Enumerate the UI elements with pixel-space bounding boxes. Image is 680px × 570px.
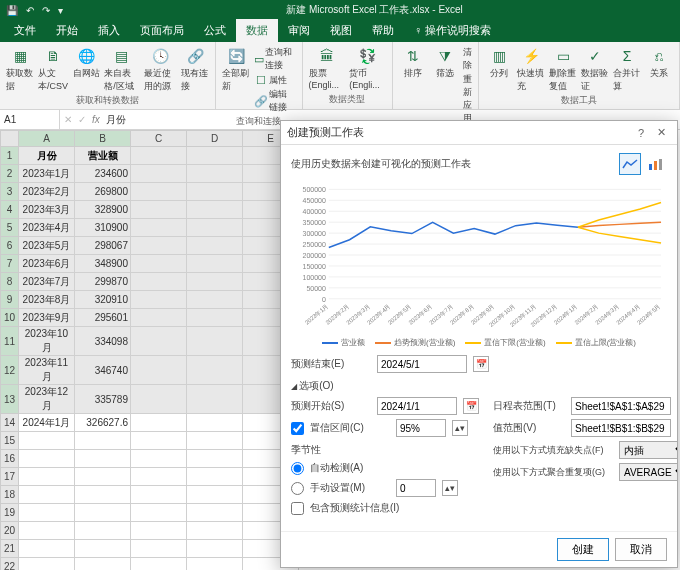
save-icon[interactable]: 💾 bbox=[6, 5, 18, 16]
forecast-start-label: 预测开始(S) bbox=[291, 399, 371, 413]
tell-me[interactable]: ♀ 操作说明搜索 bbox=[404, 19, 501, 42]
group-label: 数据工具 bbox=[485, 93, 673, 108]
svg-text:0: 0 bbox=[322, 296, 326, 303]
ci-checkbox[interactable] bbox=[291, 422, 304, 435]
remove-dup-button[interactable]: ▭删除重复值 bbox=[549, 46, 577, 93]
flash-fill-button[interactable]: ⚡快速填充 bbox=[517, 46, 545, 93]
dialog-desc: 使用历史数据来创建可视化的预测工作表 bbox=[291, 157, 619, 171]
svg-text:250000: 250000 bbox=[303, 241, 326, 248]
timeline-label: 日程表范围(T) bbox=[493, 399, 565, 413]
svg-rect-0 bbox=[649, 164, 652, 170]
ribbon-tabs: 文件 开始 插入 页面布局 公式 数据 审阅 视图 帮助 ♀ 操作说明搜索 bbox=[0, 20, 680, 42]
season-manual-radio[interactable] bbox=[291, 482, 304, 495]
season-auto-label: 自动检测(A) bbox=[310, 461, 390, 475]
tab-formulas[interactable]: 公式 bbox=[194, 19, 236, 42]
season-manual-input[interactable] bbox=[396, 479, 436, 497]
svg-text:50000: 50000 bbox=[306, 285, 325, 292]
get-data-button[interactable]: ▦获取数据 bbox=[6, 46, 34, 93]
sort-button[interactable]: ⇅排序 bbox=[399, 46, 427, 80]
values-label: 值范围(V) bbox=[493, 421, 565, 435]
tab-help[interactable]: 帮助 bbox=[362, 19, 404, 42]
namebox[interactable]: A1 bbox=[0, 110, 60, 129]
svg-text:100000: 100000 bbox=[303, 274, 326, 281]
svg-text:300000: 300000 bbox=[303, 230, 326, 237]
tab-layout[interactable]: 页面布局 bbox=[130, 19, 194, 42]
tab-file[interactable]: 文件 bbox=[4, 19, 46, 42]
cancel-button[interactable]: 取消 bbox=[615, 538, 667, 561]
ci-input[interactable] bbox=[396, 419, 446, 437]
edit-links-button[interactable]: 🔗编辑链接 bbox=[254, 88, 295, 114]
dup-label: 使用以下方式聚合重复项(G) bbox=[493, 466, 613, 479]
forecast-end-input[interactable] bbox=[377, 355, 467, 373]
forecast-end-label: 预测结束(E) bbox=[291, 357, 371, 371]
data-valid-button[interactable]: ✓数据验证 bbox=[581, 46, 609, 93]
refresh-all-button[interactable]: 🔄全部刷新 bbox=[222, 46, 250, 93]
queries-button[interactable]: ▭查询和连接 bbox=[254, 46, 295, 72]
forecast-start-input[interactable] bbox=[377, 397, 457, 415]
window-titlebar: 💾 ↶ ↷ ▾ 新建 Microsoft Excel 工作表.xlsx - Ex… bbox=[0, 0, 680, 20]
date-picker-icon[interactable]: 📅 bbox=[463, 398, 479, 414]
qat-more-icon[interactable]: ▾ bbox=[58, 5, 63, 16]
filter-button[interactable]: ⧩筛选 bbox=[431, 46, 459, 80]
cancel-icon[interactable]: ✕ bbox=[64, 114, 72, 125]
help-icon[interactable]: ? bbox=[631, 127, 651, 139]
season-auto-radio[interactable] bbox=[291, 462, 304, 475]
from-text-button[interactable]: 🗎从文本/CSV bbox=[38, 46, 68, 93]
tab-home[interactable]: 开始 bbox=[46, 19, 88, 42]
stocks-button[interactable]: 🏛股票 (Engli... bbox=[309, 46, 346, 90]
forecast-dialog: 创建预测工作表 ? ✕ 使用历史数据来创建可视化的预测工作表 050000100… bbox=[280, 120, 678, 568]
fill-select[interactable]: 内插 bbox=[619, 441, 677, 459]
svg-text:400000: 400000 bbox=[303, 208, 326, 215]
relationships-button[interactable]: ⎌关系 bbox=[645, 46, 673, 80]
timeline-input[interactable] bbox=[571, 397, 671, 415]
redo-icon[interactable]: ↷ bbox=[42, 5, 50, 16]
values-input[interactable] bbox=[571, 419, 671, 437]
enter-icon[interactable]: ✓ bbox=[78, 114, 86, 125]
tab-insert[interactable]: 插入 bbox=[88, 19, 130, 42]
options-toggle[interactable]: 选项(O) bbox=[291, 379, 667, 393]
include-stats-label: 包含预测统计信息(I) bbox=[310, 501, 399, 515]
group-label: 获取和转换数据 bbox=[6, 93, 209, 108]
from-web-button[interactable]: 🌐自网站 bbox=[72, 46, 100, 80]
svg-text:350000: 350000 bbox=[303, 219, 326, 226]
undo-icon[interactable]: ↶ bbox=[26, 5, 34, 16]
svg-text:450000: 450000 bbox=[303, 197, 326, 204]
close-icon[interactable]: ✕ bbox=[651, 126, 671, 139]
seasonality-label: 季节性 bbox=[291, 443, 479, 457]
dup-select[interactable]: AVERAGE bbox=[619, 463, 677, 481]
svg-rect-1 bbox=[654, 161, 657, 170]
tab-data[interactable]: 数据 bbox=[236, 19, 278, 42]
svg-text:200000: 200000 bbox=[303, 252, 326, 259]
tab-review[interactable]: 审阅 bbox=[278, 19, 320, 42]
clear-button[interactable]: 清除 bbox=[463, 46, 472, 72]
svg-text:500000: 500000 bbox=[303, 186, 326, 193]
svg-text:150000: 150000 bbox=[303, 263, 326, 270]
dialog-title: 创建预测工作表 bbox=[287, 125, 631, 140]
bar-chart-icon[interactable] bbox=[645, 153, 667, 175]
include-stats-checkbox[interactable] bbox=[291, 502, 304, 515]
svg-rect-2 bbox=[659, 159, 662, 170]
line-chart-icon[interactable] bbox=[619, 153, 641, 175]
from-table-button[interactable]: ▤来自表格/区域 bbox=[104, 46, 139, 93]
existing-conn-button[interactable]: 🔗现有连接 bbox=[181, 46, 209, 93]
window-title: 新建 Microsoft Excel 工作表.xlsx - Excel bbox=[69, 3, 680, 17]
season-manual-label: 手动设置(M) bbox=[310, 481, 390, 495]
date-picker-icon[interactable]: 📅 bbox=[473, 356, 489, 372]
text-to-cols-button[interactable]: ▥分列 bbox=[485, 46, 513, 80]
tab-view[interactable]: 视图 bbox=[320, 19, 362, 42]
formula-text[interactable]: 月份 bbox=[106, 113, 126, 127]
ci-label: 置信区间(C) bbox=[310, 421, 390, 435]
currency-button[interactable]: 💱货币 (Engli... bbox=[349, 46, 386, 90]
recent-sources-button[interactable]: 🕓最近使用的源 bbox=[144, 46, 178, 93]
ribbon: ▦获取数据 🗎从文本/CSV 🌐自网站 ▤来自表格/区域 🕓最近使用的源 🔗现有… bbox=[0, 42, 680, 110]
stepper-icon[interactable]: ▴▾ bbox=[452, 420, 468, 436]
consolidate-button[interactable]: Σ合并计算 bbox=[613, 46, 641, 93]
fx-icon[interactable]: fx bbox=[92, 114, 100, 125]
create-button[interactable]: 创建 bbox=[557, 538, 609, 561]
fill-label: 使用以下方式填充缺失点(F) bbox=[493, 444, 613, 457]
properties-button[interactable]: ☐属性 bbox=[254, 73, 295, 87]
group-label: 数据类型 bbox=[309, 92, 386, 107]
stepper-icon[interactable]: ▴▾ bbox=[442, 480, 458, 496]
forecast-chart: 0500001000001500002000002500003000003500… bbox=[291, 183, 667, 351]
